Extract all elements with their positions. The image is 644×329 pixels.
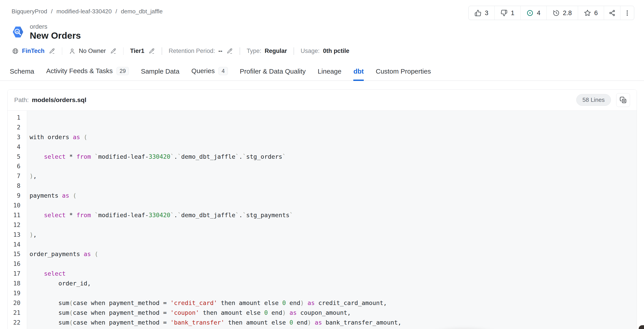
line-number: 20 [8, 299, 27, 306]
code-line: 8 [8, 181, 637, 191]
share-button[interactable] [604, 6, 620, 20]
entity-titles: orders New Orders [30, 23, 81, 41]
globe-icon [12, 48, 19, 55]
type-label: Type: [247, 48, 262, 55]
open-tasks-button[interactable]: 4 [520, 6, 546, 20]
breadcrumb-separator: / [51, 8, 53, 15]
edit-domain-icon[interactable] [49, 48, 55, 54]
more-options-button[interactable] [620, 6, 634, 20]
upvote-count: 3 [485, 9, 488, 17]
edit-retention-icon[interactable] [226, 48, 233, 54]
breadcrumb-separator: / [116, 8, 117, 15]
divider [62, 47, 62, 55]
code-text: select * from `modified-leaf-330420`.`de… [27, 153, 286, 160]
tab-label: Queries [192, 67, 215, 75]
code-text: sum(case when payment_method = 'coupon' … [27, 309, 351, 316]
code-text: sum(case when payment_method = 'bank_tra… [27, 319, 401, 326]
divider [123, 47, 124, 55]
sql-code-viewer[interactable]: 123with orders as (45 select * from `mod… [8, 111, 637, 329]
tab-label: Custom Properties [376, 68, 431, 75]
entity-header: orders New Orders [0, 20, 644, 41]
code-line: 4 [8, 142, 637, 152]
code-line: 17 select [8, 269, 637, 278]
kebab-menu-icon [624, 10, 631, 17]
share-icon [609, 10, 616, 17]
code-text: with orders as ( [27, 134, 87, 141]
code-line: 9payments as ( [8, 191, 637, 200]
line-number: 17 [8, 270, 27, 277]
downvote-count: 1 [511, 9, 514, 17]
line-number: 16 [8, 260, 27, 267]
edit-tier-icon[interactable] [148, 48, 155, 54]
bigquery-logo-icon [11, 26, 25, 39]
entity-meta-row: FinTech No Owner Tier1 Retention Period:… [0, 41, 644, 55]
type-item: Type: Regular [247, 48, 287, 55]
top-bar: BigqueryProd / modified-leaf-330420 / de… [0, 0, 644, 20]
star-icon [584, 10, 591, 17]
upvote-button[interactable]: 3 [468, 6, 494, 20]
line-number: 15 [8, 250, 27, 257]
thumbs-down-icon [500, 10, 508, 17]
domain-link[interactable]: FinTech [22, 48, 45, 55]
tab-label: Activity Feeds & Tasks [46, 67, 113, 75]
tab-label: Sample Data [141, 68, 179, 75]
owner-item: No Owner [69, 48, 116, 55]
tab-profiler[interactable]: Profiler & Data Quality [240, 68, 306, 81]
tab-activity-feeds[interactable]: Activity Feeds & Tasks29 [46, 67, 129, 81]
breadcrumb-item-service[interactable]: BigqueryProd [12, 8, 47, 15]
line-number: 8 [8, 182, 27, 189]
code-text: order_payments as ( [27, 250, 98, 257]
retention-label: Retention Period: [169, 48, 215, 55]
breadcrumb: BigqueryProd / modified-leaf-330420 / de… [12, 8, 162, 15]
tab-sample-data[interactable]: Sample Data [141, 68, 179, 81]
type-value: Regular [265, 48, 287, 55]
line-number: 3 [8, 134, 27, 141]
table-detail-page: BigqueryProd / modified-leaf-330420 / de… [0, 0, 644, 329]
line-number: 18 [8, 280, 27, 287]
tab-label: Profiler & Data Quality [240, 68, 306, 75]
edit-owner-icon[interactable] [110, 48, 116, 54]
code-line: 3with orders as ( [8, 132, 637, 142]
usage-item: Usage: 0th pctile [301, 48, 349, 55]
follower-count: 6 [594, 9, 598, 17]
code-line: 21 sum(case when payment_method = 'coupo… [8, 308, 637, 317]
tier-value: Tier1 [130, 48, 144, 55]
tab-count-badge: 29 [116, 67, 129, 75]
downvote-button[interactable]: 1 [494, 6, 520, 20]
code-line: 5 select * from `modified-leaf-330420`.`… [8, 152, 637, 161]
circle-dot-icon [526, 10, 534, 17]
tab-dbt[interactable]: dbt [353, 68, 364, 81]
history-clock-icon [553, 10, 560, 17]
page-title: New Orders [30, 30, 81, 41]
code-line: 10 [8, 200, 637, 210]
code-text: ), [27, 172, 37, 179]
breadcrumb-item-schema[interactable]: demo_dbt_jaffle [121, 8, 162, 15]
tab-count-badge: 4 [218, 67, 228, 75]
copy-code-button[interactable] [616, 93, 630, 107]
line-number: 14 [8, 241, 27, 248]
tab-schema[interactable]: Schema [10, 68, 34, 81]
line-number: 13 [8, 231, 27, 238]
version-history-button[interactable]: 2.8 [547, 6, 578, 20]
code-line: 6 [8, 161, 637, 171]
tab-lineage[interactable]: Lineage [318, 68, 342, 81]
code-lines: 123with orders as (45 select * from `mod… [8, 113, 637, 327]
line-number: 6 [8, 163, 27, 170]
tab-label: dbt [353, 68, 364, 75]
follow-button[interactable]: 6 [578, 6, 604, 20]
code-text: sum(case when payment_method = 'credit_c… [27, 299, 387, 306]
breadcrumb-item-database[interactable]: modified-leaf-330420 [56, 8, 112, 15]
line-number: 11 [8, 212, 27, 218]
tab-label: Schema [10, 68, 34, 75]
tab-queries[interactable]: Queries4 [192, 67, 228, 81]
action-bar: 3 1 4 2.8 6 [468, 6, 634, 20]
overlay-corner [639, 325, 644, 329]
code-line: 2 [8, 122, 637, 132]
code-text: ), [27, 231, 37, 238]
path-value: models/orders.sql [32, 96, 86, 104]
code-text: payments as ( [27, 192, 76, 199]
code-line: 20 sum(case when payment_method = 'credi… [8, 298, 637, 308]
code-text: order_id, [27, 280, 91, 287]
code-line: 16 [8, 259, 637, 269]
tab-custom-properties[interactable]: Custom Properties [376, 68, 431, 81]
